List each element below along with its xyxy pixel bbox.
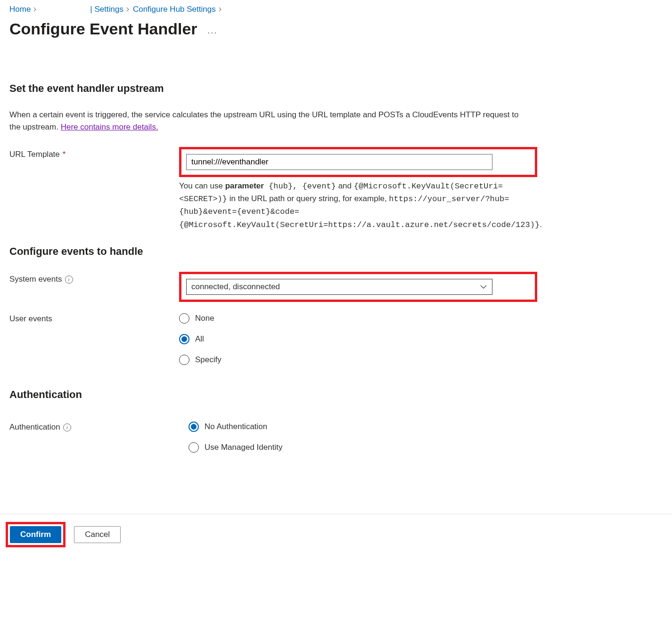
footer-actions: Confirm Cancel [0,514,672,555]
required-indicator: * [63,150,66,159]
confirm-button[interactable]: Confirm [10,526,61,543]
breadcrumb-settings[interactable]: | Settings [90,5,123,14]
user-events-label: User events [9,311,179,324]
events-section-heading: Configure events to handle [9,245,663,258]
chevron-right-icon [219,6,222,13]
radio-icon [179,355,189,365]
breadcrumb-configure-hub[interactable]: Configure Hub Settings [133,5,216,14]
url-template-label: URL Template * [9,147,179,159]
user-events-option-none[interactable]: None [179,313,537,324]
more-actions-button[interactable]: ··· [208,28,218,38]
authentication-label: Authentication i [9,420,179,432]
upstream-description: When a certain event is triggered, the s… [9,109,528,134]
authentication-option-no-auth[interactable]: No Authentication [188,422,537,432]
authentication-option-managed-identity[interactable]: Use Managed Identity [188,442,537,453]
cancel-button[interactable]: Cancel [74,526,121,543]
user-events-radio-group: None All Specify [179,311,537,365]
breadcrumb: Home | Settings Configure Hub Settings [9,5,663,14]
upstream-section-heading: Set the event handler upstream [9,82,663,95]
auth-section-heading: Authentication [9,389,663,401]
chevron-right-icon [126,6,130,13]
user-events-option-specify[interactable]: Specify [179,355,537,365]
authentication-radio-group: No Authentication Use Managed Identity [188,420,537,453]
details-link[interactable]: Here contains more details. [61,122,158,131]
user-events-option-all[interactable]: All [179,334,537,344]
url-template-highlight [179,147,537,177]
system-events-highlight: connected, disconnected [179,272,537,302]
radio-icon [188,442,199,453]
info-icon[interactable]: i [63,423,71,431]
radio-icon [179,313,189,324]
radio-icon [179,334,189,344]
chevron-right-icon [33,6,37,13]
system-events-select[interactable]: connected, disconnected [186,279,492,295]
system-events-label: System events i [9,272,179,284]
info-icon[interactable]: i [65,276,73,284]
page-title: Configure Event Handler [9,20,197,38]
url-template-input[interactable] [186,154,492,170]
url-template-hint: You can use parameter {hub}, {event} and… [179,180,537,231]
breadcrumb-home[interactable]: Home [9,5,31,14]
radio-icon [188,422,199,432]
confirm-highlight: Confirm [6,522,66,547]
